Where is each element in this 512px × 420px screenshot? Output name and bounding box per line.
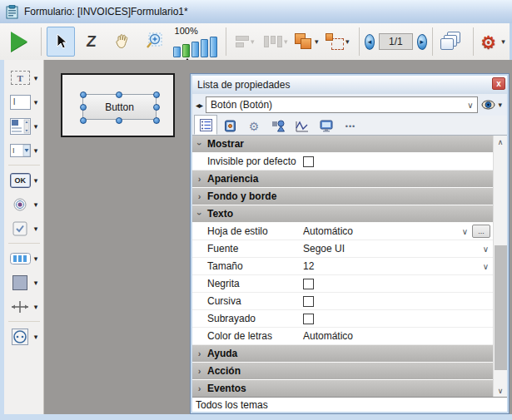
rectangle-tool-caret[interactable]: ▾ bbox=[34, 279, 38, 287]
panel-scrollbar[interactable]: ∧ ∨ bbox=[493, 136, 507, 397]
section-accion[interactable]: › Acción bbox=[192, 363, 493, 380]
text-tool[interactable]: T ▾ bbox=[4, 66, 43, 90]
chevron-down-icon[interactable]: ∨ bbox=[483, 262, 489, 271]
listbox-tool-caret[interactable]: ▾ bbox=[34, 122, 38, 131]
rectangle-tool[interactable]: ▾ bbox=[4, 270, 43, 294]
color-de-letras-value[interactable]: Automático bbox=[303, 330, 490, 342]
invisible-checkbox[interactable] bbox=[303, 156, 314, 167]
scrollbar-thumb[interactable] bbox=[495, 245, 507, 370]
property-list-panel: Lista de propiedades x ◂▸ Botón (Botón) … bbox=[190, 73, 510, 414]
tamano-value[interactable]: 12 bbox=[303, 260, 480, 272]
svg-text:I: I bbox=[12, 146, 15, 155]
section-eventos[interactable]: › Eventos bbox=[192, 380, 493, 397]
zoom-bar-50[interactable] bbox=[173, 47, 181, 57]
zoom-tool-button[interactable] bbox=[139, 27, 167, 57]
pointer-tool-button[interactable] bbox=[47, 27, 75, 57]
selection-handle-top-left[interactable] bbox=[80, 91, 87, 98]
tab-more[interactable]: ••• bbox=[339, 117, 362, 135]
negrita-checkbox[interactable] bbox=[303, 279, 314, 289]
selection-handle-middle-left[interactable] bbox=[80, 104, 87, 111]
entry-order-tool-button[interactable]: Z bbox=[77, 27, 106, 57]
section-texto[interactable]: › Texto bbox=[192, 205, 493, 223]
run-form-button[interactable] bbox=[5, 27, 33, 57]
input-tool[interactable]: I ▾ bbox=[4, 90, 43, 114]
section-ayuda[interactable]: › Ayuda bbox=[192, 345, 493, 363]
chevron-down-icon[interactable]: ∨ bbox=[462, 227, 468, 236]
button-tool-caret[interactable]: ▾ bbox=[34, 176, 38, 185]
checkbox-tool[interactable]: ▾ bbox=[4, 216, 43, 240]
theme-filter-label[interactable]: Todos los temas bbox=[196, 399, 268, 411]
settings-button[interactable]: ⚙ ▾ bbox=[479, 27, 507, 57]
move-tool-button[interactable] bbox=[108, 27, 137, 57]
button-tool[interactable]: OK ▾ bbox=[4, 168, 43, 192]
view-options-caret[interactable]: ▾ bbox=[498, 101, 502, 109]
view-options-button[interactable]: ▾ bbox=[481, 100, 504, 110]
section-fondo-y-borde[interactable]: › Fondo y borde bbox=[192, 188, 493, 205]
next-page-button[interactable]: ▸ bbox=[417, 34, 427, 50]
property-row-subrayado: Subrayado bbox=[192, 310, 493, 328]
combobox-tool[interactable]: I ▾ bbox=[4, 138, 43, 162]
plugin-tool[interactable]: ▾ bbox=[4, 324, 43, 348]
level-dropdown-caret[interactable]: ▾ bbox=[315, 37, 319, 46]
selection-handle-top-center[interactable] bbox=[116, 91, 122, 98]
combobox-tool-caret[interactable]: ▾ bbox=[34, 146, 38, 155]
property-row-cursiva: Cursiva bbox=[192, 293, 493, 310]
tab-data[interactable] bbox=[218, 117, 241, 135]
zoom-bar-200[interactable] bbox=[191, 42, 199, 57]
zoom-bars-icon[interactable] bbox=[173, 36, 217, 57]
checkbox-tool-caret[interactable]: ▾ bbox=[34, 225, 38, 233]
input-tool-caret[interactable]: ▾ bbox=[34, 98, 38, 106]
text-tool-caret[interactable]: ▾ bbox=[34, 74, 38, 82]
listbox-tool[interactable]: ▾ bbox=[4, 114, 43, 138]
panel-titlebar[interactable]: Lista de propiedades x bbox=[192, 76, 507, 94]
section-expand-icon: › bbox=[192, 348, 206, 358]
cursiva-checkbox[interactable] bbox=[303, 296, 314, 307]
chevron-down-icon[interactable]: ∨ bbox=[483, 245, 489, 254]
zoom-bar-400[interactable] bbox=[201, 39, 208, 57]
group-tool-button[interactable]: ▾ bbox=[323, 27, 351, 57]
section-mostrar[interactable]: › Mostrar bbox=[192, 136, 493, 153]
selected-object-label: Botón (Botón) bbox=[211, 99, 467, 111]
previous-page-button[interactable]: ◂ bbox=[365, 34, 375, 50]
tab-chart[interactable] bbox=[291, 117, 314, 135]
section-expand-icon: › bbox=[195, 207, 205, 221]
toolbar-separator bbox=[473, 27, 474, 56]
hoja-de-estilo-value[interactable]: Automático bbox=[303, 225, 460, 237]
group-dropdown-caret[interactable]: ▾ bbox=[345, 37, 350, 46]
panel-close-button[interactable]: x bbox=[492, 77, 505, 90]
selection-handle-bottom-right[interactable] bbox=[153, 117, 160, 124]
zoom-bar-800[interactable] bbox=[210, 37, 217, 57]
section-apariencia[interactable]: › Apariencia bbox=[192, 170, 493, 188]
radio-tool[interactable]: ▾ bbox=[4, 192, 43, 216]
selection-handle-middle-right[interactable] bbox=[153, 104, 160, 111]
selection-handle-bottom-center[interactable] bbox=[116, 117, 122, 124]
subrayado-checkbox[interactable] bbox=[303, 314, 314, 324]
zoom-bar-100-current[interactable] bbox=[182, 44, 190, 57]
tab-objects[interactable] bbox=[266, 117, 290, 135]
previous-page-arrow-icon: ◂ bbox=[368, 37, 372, 46]
splitter-tool[interactable]: ▾ bbox=[4, 294, 43, 319]
zoom-level-widget[interactable]: 100% bbox=[173, 27, 217, 57]
scroll-down-icon[interactable]: ∨ bbox=[494, 384, 507, 397]
selection-handle-top-right[interactable] bbox=[153, 91, 160, 98]
tab-display[interactable] bbox=[315, 117, 338, 135]
plugin-tool-caret[interactable]: ▾ bbox=[34, 333, 38, 341]
section-expand-icon: › bbox=[195, 137, 205, 151]
hoja-de-estilo-ellipsis-button[interactable]: ... bbox=[472, 225, 490, 238]
object-selector-dropdown[interactable]: Botón (Botón) ∨ bbox=[206, 96, 478, 113]
button-grid-tool[interactable]: ▾ bbox=[4, 246, 43, 270]
toolbar-separator bbox=[432, 27, 433, 56]
tab-settings[interactable]: ⚙ bbox=[242, 117, 266, 135]
fuente-value[interactable]: Segoe UI bbox=[303, 243, 480, 254]
scroll-up-icon[interactable]: ∧ bbox=[494, 136, 507, 148]
tab-property-list[interactable] bbox=[194, 115, 217, 135]
splitter-tool-caret[interactable]: ▾ bbox=[34, 303, 38, 311]
object-nav-arrows-icon[interactable]: ◂▸ bbox=[196, 101, 202, 110]
settings-dropdown-caret[interactable]: ▾ bbox=[501, 37, 505, 46]
distribute-tool-button: ▾ bbox=[261, 27, 290, 57]
selection-handle-bottom-left[interactable] bbox=[80, 117, 87, 124]
level-tool-button[interactable]: ▾ bbox=[292, 27, 321, 57]
form-pages-button[interactable] bbox=[437, 27, 465, 57]
radio-tool-caret[interactable]: ▾ bbox=[34, 200, 38, 209]
button-grid-tool-caret[interactable]: ▾ bbox=[34, 254, 38, 263]
